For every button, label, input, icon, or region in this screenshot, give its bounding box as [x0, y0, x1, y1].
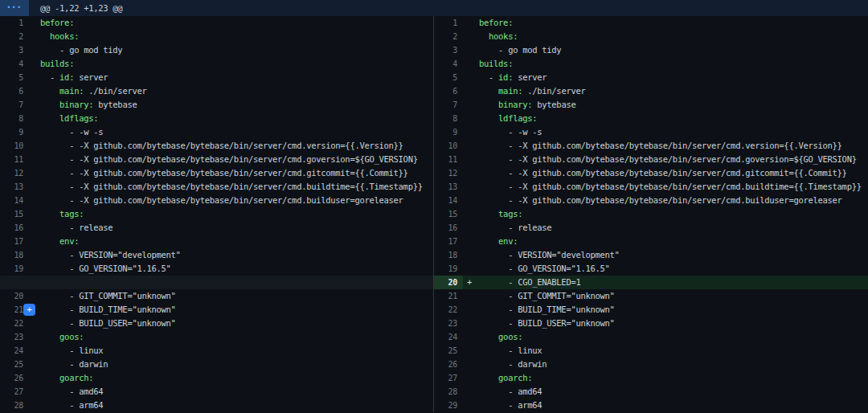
diff-marker — [463, 30, 479, 43]
add-comment-button[interactable]: + — [23, 304, 35, 316]
diff-marker — [29, 248, 40, 262]
line-number[interactable]: 7 — [0, 98, 29, 112]
line-number[interactable]: 19 — [434, 262, 463, 276]
code-text: env: — [479, 235, 518, 248]
diff-marker — [463, 262, 479, 276]
line-number[interactable]: 20 — [0, 289, 29, 303]
line-number[interactable]: 25 — [0, 358, 29, 371]
diff-marker — [29, 289, 40, 303]
diff-line: 24 - linux — [0, 344, 433, 358]
expand-diff-button[interactable]: ••• — [0, 0, 29, 16]
line-number[interactable]: 18 — [434, 248, 463, 262]
code-text: goarch: — [40, 371, 93, 385]
line-number[interactable]: 12 — [0, 166, 29, 180]
code-text: before: — [40, 16, 74, 30]
line-number[interactable]: 16 — [0, 221, 29, 235]
line-number[interactable]: 2 — [0, 30, 29, 43]
line-number[interactable]: 23 — [434, 317, 463, 330]
line-number[interactable]: 19 — [0, 262, 29, 276]
line-number[interactable]: 18 — [0, 248, 29, 262]
line-number[interactable]: 4 — [434, 57, 463, 71]
code-text: builds: — [40, 57, 74, 71]
diff-line: 7 binary: bytebase — [434, 98, 868, 112]
line-number[interactable]: 5 — [434, 71, 463, 84]
code-text: - darwin — [479, 358, 547, 371]
diff-marker — [29, 43, 40, 57]
line-number[interactable]: 17 — [0, 235, 29, 248]
line-number[interactable]: 1 — [434, 16, 463, 30]
diff-line: 5 - id: server — [0, 71, 433, 84]
line-number[interactable]: 22 — [0, 317, 29, 330]
diff-marker — [29, 262, 40, 276]
diff-line: 29 - arm64 — [434, 399, 868, 412]
line-number[interactable]: 14 — [434, 194, 463, 207]
line-number[interactable]: 4 — [0, 57, 29, 71]
line-number[interactable]: 9 — [0, 125, 29, 139]
line-number[interactable]: 29 — [434, 399, 463, 412]
code-text: - VERSION="development" — [479, 248, 620, 262]
code-text: before: — [479, 16, 513, 30]
line-number[interactable]: 11 — [0, 153, 29, 166]
line-number[interactable]: 27 — [434, 371, 463, 385]
diff-marker — [29, 194, 40, 207]
line-number[interactable]: 3 — [434, 43, 463, 57]
diff-marker — [463, 194, 479, 207]
line-number[interactable]: 28 — [0, 399, 29, 412]
line-number[interactable]: 5 — [0, 71, 29, 84]
line-number[interactable]: 1 — [0, 16, 29, 30]
line-number[interactable]: 3 — [0, 43, 29, 57]
line-number[interactable]: 6 — [0, 84, 29, 98]
diff-marker — [29, 57, 40, 71]
diff-marker — [463, 358, 479, 371]
line-number[interactable]: 10 — [434, 139, 463, 153]
diff-line: 1before: — [434, 16, 868, 30]
line-number[interactable]: 15 — [434, 207, 463, 221]
code-text: - -X github.com/bytebase/bytebase/bin/se… — [479, 139, 842, 153]
line-number[interactable]: 20 — [434, 276, 463, 289]
line-number[interactable]: 17 — [434, 235, 463, 248]
diff-line: 6 main: ./bin/server — [434, 84, 868, 98]
hunk-header-text: @@ -1,22 +1,23 @@ — [29, 0, 122, 16]
diff-line: 6 main: ./bin/server — [0, 84, 433, 98]
addition-marker: + — [463, 276, 479, 289]
line-number[interactable]: 12 — [434, 166, 463, 180]
line-number[interactable]: 14 — [0, 194, 29, 207]
line-number[interactable]: 10 — [0, 139, 29, 153]
line-number[interactable]: 16 — [434, 221, 463, 235]
line-number[interactable]: 23 — [0, 330, 29, 344]
line-number[interactable]: 8 — [0, 112, 29, 125]
line-number[interactable]: 26 — [0, 371, 29, 385]
line-number[interactable]: 21 — [434, 289, 463, 303]
code-text: - BUILD_TIME="unknown" — [40, 303, 176, 317]
line-number[interactable]: 2 — [434, 30, 463, 43]
line-number[interactable]: 24 — [434, 330, 463, 344]
line-number[interactable]: 24 — [0, 344, 29, 358]
diff-marker — [29, 180, 40, 194]
code-text: - darwin — [40, 358, 108, 371]
hunk-header-bar: ••• @@ -1,22 +1,23 @@ — [0, 0, 868, 16]
code-text: - -X github.com/bytebase/bytebase/bin/se… — [40, 194, 403, 207]
diff-pane-old: 1before:2 hooks:3 - go mod tidy4builds:5… — [0, 16, 434, 412]
diff-marker — [463, 207, 479, 221]
line-number[interactable]: 13 — [434, 180, 463, 194]
line-number[interactable]: 8 — [434, 112, 463, 125]
line-number[interactable]: 7 — [434, 98, 463, 112]
diff-line: 27 goarch: — [434, 371, 868, 385]
line-number[interactable]: 15 — [0, 207, 29, 221]
diff-marker — [463, 57, 479, 71]
line-number[interactable]: 6 — [434, 84, 463, 98]
line-number[interactable]: 26 — [434, 358, 463, 371]
line-number[interactable]: 27 — [0, 385, 29, 399]
line-number[interactable]: 22 — [434, 303, 463, 317]
code-text: - release — [479, 221, 551, 235]
diff-line: 4builds: — [0, 57, 433, 71]
line-number[interactable]: 11 — [434, 153, 463, 166]
line-number[interactable]: 9 — [434, 125, 463, 139]
line-number[interactable]: 25 — [434, 344, 463, 358]
line-number[interactable]: 13 — [0, 180, 29, 194]
diff-line: 14 - -X github.com/bytebase/bytebase/bin… — [0, 194, 433, 207]
diff-line: 4builds: — [434, 57, 868, 71]
line-number[interactable]: 28 — [434, 385, 463, 399]
diff-marker — [463, 112, 479, 125]
diff-line: 19 - GO_VERSION="1.16.5" — [0, 262, 433, 276]
